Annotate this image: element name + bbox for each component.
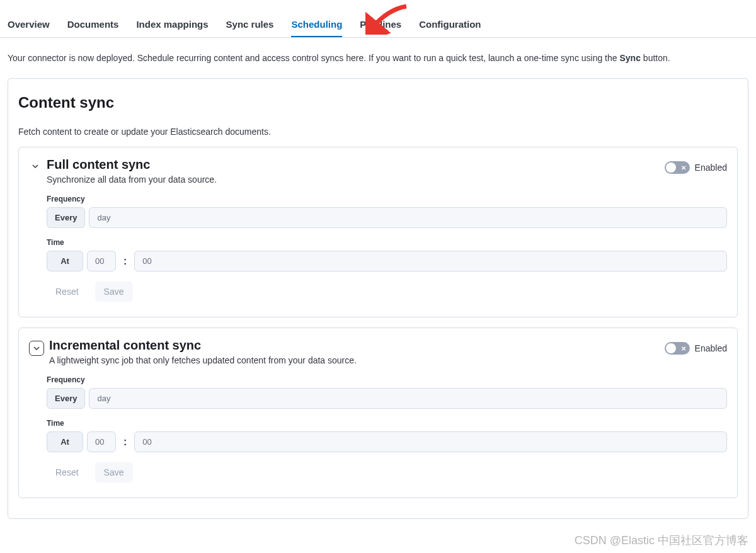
- tab-overview[interactable]: Overview: [8, 19, 50, 37]
- incremental-time-label: Time: [47, 419, 727, 428]
- collapse-toggle-full[interactable]: [29, 160, 42, 173]
- incremental-frequency-input[interactable]: day: [89, 388, 727, 409]
- full-every-prefix: Every: [47, 207, 85, 228]
- full-frequency-input[interactable]: day: [89, 207, 727, 228]
- tab-scheduling[interactable]: Scheduling: [291, 19, 342, 37]
- content-sync-panel: Content sync Fetch content to create or …: [8, 78, 748, 519]
- chevron-down-icon: [33, 345, 40, 352]
- full-sync-enable-toggle[interactable]: ✕: [665, 161, 690, 174]
- full-hour-input[interactable]: 00: [87, 251, 116, 271]
- tab-documents[interactable]: Documents: [67, 19, 119, 37]
- intro-text: Your connector is now deployed. Schedule…: [8, 38, 748, 78]
- tab-index-mappings[interactable]: Index mappings: [136, 19, 208, 37]
- incremental-minute-input[interactable]: 00: [134, 431, 727, 452]
- full-save-button[interactable]: Save: [95, 282, 133, 302]
- panel-subtitle: Fetch content to create or update your E…: [18, 127, 738, 137]
- incremental-sync-enabled-label: Enabled: [695, 343, 727, 353]
- incremental-save-button[interactable]: Save: [95, 462, 133, 482]
- full-at-prefix: At: [47, 251, 83, 271]
- intro-post: button.: [641, 53, 670, 63]
- tab-bar: Overview Documents Index mappings Sync r…: [0, 0, 756, 38]
- tab-pipelines[interactable]: Pipelines: [360, 19, 401, 37]
- full-time-label: Time: [47, 238, 727, 247]
- incremental-sync-enable-toggle[interactable]: ✕: [665, 342, 690, 355]
- intro-pre: Your connector is now deployed. Schedule…: [8, 53, 619, 63]
- incremental-reset-button[interactable]: Reset: [47, 462, 88, 482]
- full-frequency-label: Frequency: [47, 195, 727, 203]
- close-icon: ✕: [681, 164, 686, 171]
- tab-configuration[interactable]: Configuration: [419, 19, 481, 37]
- collapse-toggle-incremental[interactable]: [29, 341, 44, 356]
- full-content-sync-card: Full content sync Synchronize all data f…: [18, 147, 738, 317]
- tab-sync-rules[interactable]: Sync rules: [226, 19, 274, 37]
- incremental-at-prefix: At: [47, 431, 83, 452]
- incremental-content-sync-card: Incremental content sync A lightweight s…: [18, 328, 738, 498]
- intro-bold: Sync: [619, 53, 640, 63]
- incremental-every-prefix: Every: [47, 388, 85, 409]
- full-sync-title: Full content sync: [47, 157, 660, 172]
- close-icon: ✕: [681, 345, 686, 352]
- time-colon: :: [120, 431, 130, 452]
- full-reset-button[interactable]: Reset: [47, 282, 88, 302]
- incremental-sync-title: Incremental content sync: [49, 338, 660, 353]
- incremental-hour-input[interactable]: 00: [87, 431, 116, 452]
- incremental-sync-desc: A lightweight sync job that only fetches…: [49, 355, 660, 365]
- chevron-down-icon: [32, 162, 39, 170]
- time-colon: :: [120, 251, 130, 271]
- full-sync-enabled-label: Enabled: [695, 162, 727, 173]
- full-sync-desc: Synchronize all data from your data sour…: [47, 174, 660, 185]
- incremental-frequency-label: Frequency: [47, 375, 727, 384]
- panel-title: Content sync: [18, 94, 738, 111]
- full-minute-input[interactable]: 00: [134, 251, 727, 271]
